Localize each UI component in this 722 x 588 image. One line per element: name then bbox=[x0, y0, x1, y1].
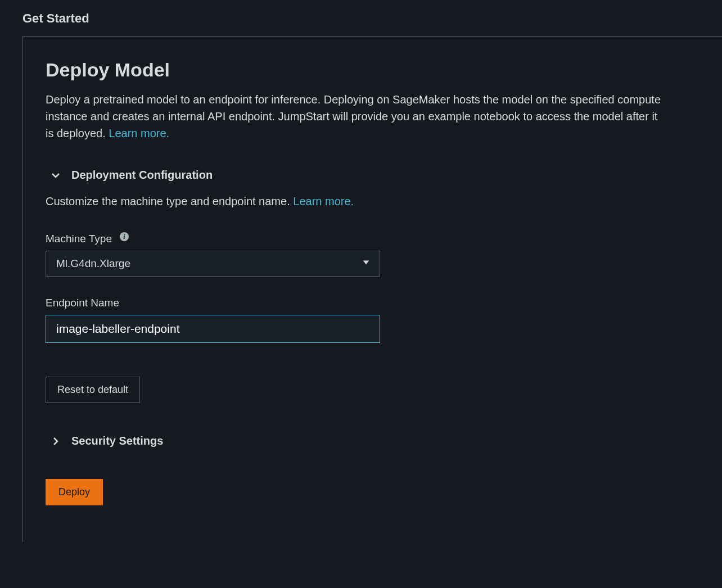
chevron-down-icon bbox=[51, 171, 60, 180]
endpoint-name-field: Endpoint Name bbox=[46, 297, 700, 343]
deploy-panel: Deploy Model Deploy a pretrained model t… bbox=[22, 36, 722, 542]
machine-type-field: Machine Type i Ml.G4dn.Xlarge bbox=[46, 233, 700, 277]
endpoint-name-label: Endpoint Name bbox=[46, 297, 119, 309]
deployment-config-title: Deployment Configuration bbox=[71, 169, 213, 182]
reset-to-default-button[interactable]: Reset to default bbox=[46, 377, 140, 403]
security-settings-toggle[interactable]: Security Settings bbox=[46, 435, 700, 447]
info-icon[interactable]: i bbox=[120, 232, 129, 241]
section-title: Get Started bbox=[22, 11, 722, 26]
security-settings-title: Security Settings bbox=[71, 435, 163, 447]
learn-more-link[interactable]: Learn more. bbox=[109, 127, 169, 139]
config-learn-more-link[interactable]: Learn more. bbox=[293, 195, 354, 207]
deploy-button[interactable]: Deploy bbox=[46, 479, 103, 505]
deployment-config-description: Customize the machine type and endpoint … bbox=[46, 195, 700, 208]
machine-type-value: Ml.G4dn.Xlarge bbox=[56, 257, 130, 270]
machine-type-label: Machine Type bbox=[46, 233, 112, 245]
deployment-config-desc-text: Customize the machine type and endpoint … bbox=[46, 195, 293, 207]
page-title: Deploy Model bbox=[46, 59, 700, 81]
chevron-right-icon bbox=[51, 437, 60, 446]
endpoint-name-input[interactable] bbox=[46, 315, 380, 343]
machine-type-select[interactable]: Ml.G4dn.Xlarge bbox=[46, 251, 380, 277]
deployment-config-toggle[interactable]: Deployment Configuration bbox=[46, 169, 700, 182]
page-description: Deploy a pretrained model to an endpoint… bbox=[46, 91, 664, 142]
